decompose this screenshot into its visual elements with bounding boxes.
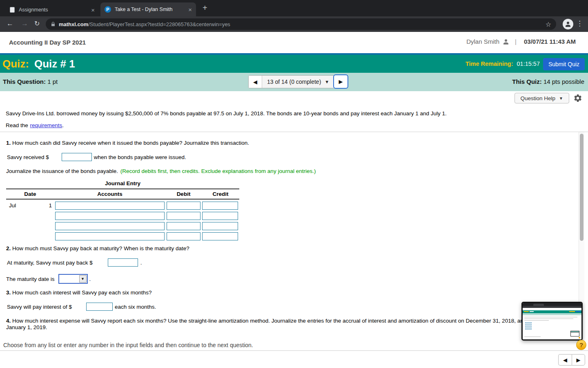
close-tab-icon[interactable]: ×: [91, 7, 95, 13]
payback-suffix: .: [140, 260, 142, 266]
journal-entry-day: 1: [49, 202, 52, 209]
journal-header-row: Date Accounts Debit Credit: [6, 188, 239, 200]
journal-row-4: [6, 232, 239, 240]
new-tab-button[interactable]: +: [203, 3, 207, 12]
site-header: Accounting II Day SP 2021 Dylan Smith | …: [0, 32, 588, 53]
gear-icon[interactable]: [573, 94, 582, 103]
course-title: Accounting II Day SP 2021: [9, 39, 86, 46]
time-remaining-label: Time Remaining:: [466, 61, 513, 67]
journalize-text: Journalize the issuance of the bonds pay…: [6, 168, 118, 174]
scrollbar-thumb[interactable]: [580, 134, 584, 241]
part1-text: How much cash did Savvy receive when it …: [12, 140, 249, 146]
submit-quiz-button[interactable]: Submit Quiz: [543, 58, 585, 70]
part1-number: 1.: [6, 140, 11, 146]
pager-previous-button[interactable]: ◀: [558, 354, 572, 366]
footer-instruction: Choose from any list or enter any number…: [3, 342, 253, 348]
part4-number: 4.: [6, 318, 11, 324]
journal-accounts-input-3[interactable]: [55, 222, 165, 230]
browser-tab-strip: Assignments × P Take a Test - Dylan Smit…: [0, 0, 588, 16]
journal-row-2: [6, 211, 239, 220]
journal-title: Journal Entry: [6, 180, 239, 188]
thumbnail-help-dot: [579, 337, 580, 339]
journal-col-debit: Debit: [165, 191, 202, 197]
requirements-link[interactable]: requirements: [30, 122, 62, 128]
journal-accounts-input-4[interactable]: [55, 232, 165, 240]
question-pager: ◀ ▶: [558, 354, 585, 366]
question-status-bar: This Question: 1 pt ◀ 13 of 14 (0 comple…: [0, 73, 588, 91]
journal-entry-month: Jul: [9, 202, 16, 209]
maturity-date-select[interactable]: ▼: [58, 274, 88, 284]
quiz-title-bar: Quiz: Quiz # 1 Time Remaining: 01:15:57 …: [0, 53, 588, 73]
bookmark-star-icon[interactable]: ☆: [546, 20, 551, 28]
part3-question: 3. How much cash interest will Savvy pay…: [6, 289, 151, 296]
thumbnail-tabbar: [523, 303, 581, 306]
journal-accounts-input-2[interactable]: [55, 212, 165, 220]
thumbnail-nested-window: [570, 331, 579, 337]
maturity-prefix: The maturity date is: [6, 276, 55, 282]
part1-answer-suffix: when the bonds payable were issued.: [94, 154, 186, 160]
cash-received-input[interactable]: [62, 153, 92, 161]
interest-amount-input[interactable]: [86, 303, 113, 311]
thumbnail-body: [523, 315, 581, 339]
url-host: mathxl.com: [59, 21, 88, 27]
journalize-line: Journalize the issuance of the bonds pay…: [6, 168, 316, 174]
user-icon[interactable]: [503, 38, 509, 45]
help-button[interactable]: ?: [576, 340, 586, 350]
address-bar[interactable]: mathxl.com/Student/PlayerTest.aspx?testI…: [46, 18, 556, 30]
journal-accounts-input-1[interactable]: [55, 202, 165, 210]
journal-debit-input-1[interactable]: [167, 202, 200, 210]
journal-credit-input-3[interactable]: [202, 222, 238, 230]
journal-entry-table: Journal Entry Date Accounts Debit Credit…: [6, 180, 239, 240]
reload-icon[interactable]: ↻: [34, 20, 40, 27]
part2-question: 2. How much must Savvy pay back at matur…: [6, 245, 189, 251]
part3-text: How much cash interest will Savvy pay ea…: [12, 289, 151, 296]
lock-icon: [51, 21, 56, 27]
part3-answer-row: Savvy will pay interest of $ each six mo…: [7, 303, 156, 311]
part4-question-line1: 4. How much interest expense will Savvy …: [6, 318, 540, 324]
select-arrow-icon[interactable]: ▼: [79, 275, 87, 283]
payback-amount-input[interactable]: [108, 258, 138, 267]
tab-title: Assignments: [19, 7, 87, 13]
journal-debit-input-3[interactable]: [167, 222, 200, 230]
profile-avatar[interactable]: [563, 19, 573, 29]
part3-number: 3.: [6, 289, 11, 296]
journal-debit-input-2[interactable]: [167, 212, 200, 220]
pager-next-button[interactable]: ▶: [572, 354, 585, 366]
part1-question: 1. How much cash did Savvy receive when …: [6, 140, 249, 146]
part1-answer-prefix: Savvy received $: [7, 154, 49, 160]
tab-title: Take a Test - Dylan Smith: [115, 7, 184, 12]
journal-credit-input-1[interactable]: [202, 202, 238, 210]
this-question-label: This Question:: [3, 78, 46, 85]
journal-credit-input-2[interactable]: [202, 212, 238, 220]
progress-text: 13 of 14 (0 complete): [267, 79, 321, 85]
time-remaining-value: 01:15:57: [517, 61, 540, 67]
chevron-down-icon: ▼: [325, 79, 329, 84]
tab-assignments[interactable]: Assignments ×: [6, 3, 99, 16]
previous-question-button[interactable]: ◀: [249, 75, 262, 88]
part2-text: How much must Savvy pay back at maturity…: [12, 245, 189, 251]
question-help-button[interactable]: Question Help ▼: [514, 93, 569, 103]
url-path: /Student/PlayerTest.aspx?testId=22806576…: [88, 21, 230, 27]
browser-menu-icon[interactable]: ⋮: [576, 19, 583, 28]
page-favicon: [10, 7, 15, 13]
journal-debit-input-4[interactable]: [167, 232, 200, 240]
screen-preview-thumbnail[interactable]: [521, 302, 583, 341]
browser-window: Assignments × P Take a Test - Dylan Smit…: [0, 0, 588, 368]
journalize-hint: (Record debits first, then credits. Excl…: [120, 168, 316, 174]
quiz-title: Quiz # 1: [34, 58, 75, 70]
forward-icon[interactable]: →: [21, 20, 28, 28]
tab-take-a-test[interactable]: P Take a Test - Dylan Smith ×: [100, 2, 196, 16]
problem-intro: Savvy Drive-Ins Ltd. borrowed money by i…: [6, 110, 447, 117]
thumbnail-quiz-bar: [523, 310, 581, 313]
close-tab-icon[interactable]: ×: [188, 6, 192, 13]
read-suffix: .: [62, 122, 64, 128]
interest-prefix: Savvy will pay interest of $: [7, 304, 72, 310]
back-icon[interactable]: ←: [7, 20, 13, 28]
question-progress-dropdown[interactable]: 13 of 14 (0 complete) ▼: [262, 75, 334, 88]
footer-divider: [0, 350, 588, 351]
time-remaining: Time Remaining: 01:15:57: [466, 61, 540, 67]
next-question-button[interactable]: ▶: [333, 74, 348, 89]
part4-text-line1: How much interest expense will Savvy rep…: [12, 318, 540, 324]
journal-credit-input-4[interactable]: [202, 232, 238, 240]
person-icon: [565, 21, 571, 27]
